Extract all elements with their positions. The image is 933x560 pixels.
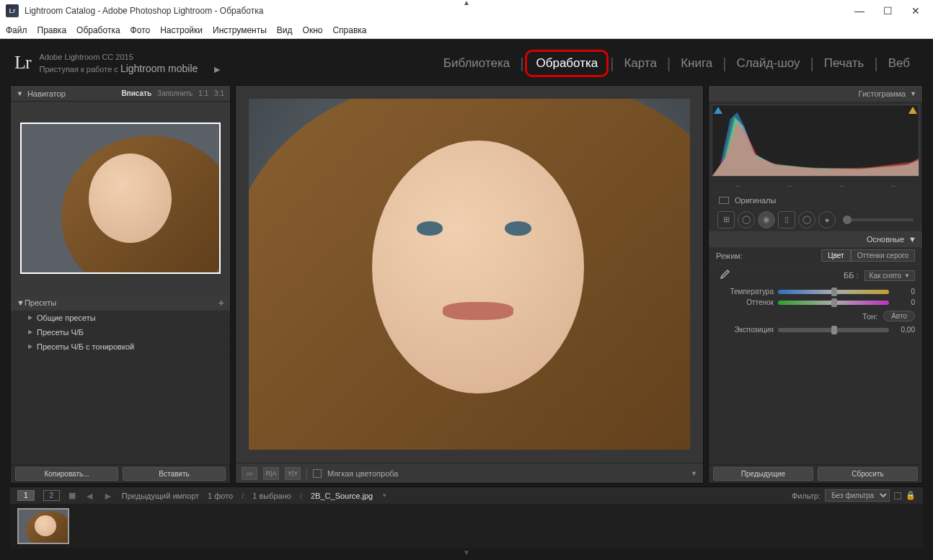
originals-row[interactable]: Оригиналы (712, 192, 919, 208)
brand-mobile[interactable]: Lightroom mobile (120, 63, 198, 74)
preset-folder[interactable]: ▶Общие пресеты (11, 311, 230, 325)
filter-flag-icon[interactable] (894, 492, 901, 499)
highlight-clip-icon[interactable] (908, 107, 917, 114)
reset-button[interactable]: Сбросить (818, 467, 918, 481)
center-canvas: ▭ R|A Y|Y Мягкая цветопроба ▼ (235, 85, 704, 484)
grid-icon[interactable]: ▦ (68, 491, 76, 500)
before-after-lr-button[interactable]: R|A (263, 467, 279, 480)
softproof-checkbox[interactable] (313, 469, 322, 478)
bottom-panel-toggle-icon[interactable]: ▼ (10, 548, 923, 556)
monitor-2[interactable]: 2 (43, 490, 61, 501)
module-map[interactable]: Карта (615, 53, 666, 74)
presets-title: Пресеты (25, 298, 56, 307)
module-book[interactable]: Книга (672, 53, 721, 74)
filmstrip-thumbnail[interactable] (17, 508, 69, 544)
maximize-button[interactable]: ☐ (883, 5, 893, 17)
filmstrip[interactable] (10, 504, 923, 548)
before-after-tb-button[interactable]: Y|Y (285, 467, 301, 480)
treatment-gray[interactable]: Оттенки серого (851, 249, 915, 262)
histogram-header[interactable]: Гистограмма ▼ (709, 86, 922, 102)
filter-dropdown[interactable]: Без фильтра (825, 489, 890, 502)
tint-slider[interactable] (778, 301, 889, 305)
selected-count: 1 выбрано (252, 492, 291, 500)
chevron-down-icon: ▼ (17, 90, 23, 97)
photo-canvas[interactable] (236, 86, 703, 463)
temp-slider[interactable] (778, 290, 889, 294)
paste-button[interactable]: Вставить (123, 467, 226, 481)
tool-slider[interactable] (843, 218, 914, 221)
module-library[interactable]: Библиотека (435, 53, 518, 74)
module-print[interactable]: Печать (815, 53, 873, 74)
crop-tool[interactable]: ⊞ (717, 211, 735, 228)
nav-1-1[interactable]: 1:1 (198, 89, 208, 97)
exposure-slider[interactable] (778, 328, 889, 332)
navigator-header[interactable]: ▼ Навигатор Вписать Заполнить 1:1 3:1 (11, 86, 230, 102)
minimize-button[interactable]: — (854, 5, 865, 17)
temp-value[interactable]: 0 (893, 288, 915, 295)
module-slideshow[interactable]: Слайд-шоу (728, 53, 808, 74)
brush-tool[interactable]: ● (818, 211, 836, 228)
filter-label: Фильтр: (792, 492, 821, 500)
module-web[interactable]: Веб (880, 53, 919, 74)
arrow-right-icon: ▶ (28, 343, 32, 350)
originals-checkbox-icon[interactable] (719, 197, 729, 204)
chevron-down-icon: ▼ (910, 90, 916, 97)
softproof-label: Мягкая цветопроба (327, 469, 398, 478)
exposure-value[interactable]: 0,00 (893, 326, 915, 334)
play-icon[interactable]: ▶ (214, 65, 220, 74)
preset-folder[interactable]: ▶Пресеты Ч/Б (11, 325, 230, 339)
add-preset-icon[interactable]: + (218, 297, 224, 308)
nav-next-icon[interactable]: ► (103, 490, 113, 502)
left-panel: ▼ Навигатор Вписать Заполнить 1:1 3:1 (10, 85, 231, 484)
radial-tool[interactable]: ◯ (798, 211, 815, 228)
monitor-1[interactable]: 1 (17, 490, 35, 501)
module-picker-bar: Lr Adobe Lightroom CC 2015 Приступая к р… (10, 42, 923, 85)
copy-button[interactable]: Копировать... (15, 467, 118, 481)
originals-label: Оригиналы (735, 196, 777, 205)
nav-fill[interactable]: Заполнить (157, 89, 193, 97)
menu-help[interactable]: Справка (332, 25, 366, 35)
gradient-tool[interactable]: ▯ (778, 211, 795, 228)
menu-edit[interactable]: Правка (37, 25, 67, 35)
filter-lock-icon[interactable]: 🔒 (906, 491, 916, 500)
top-panel-toggle-icon[interactable]: ▲ (463, 0, 470, 6)
brand-version: Adobe Lightroom CC 2015 (40, 52, 221, 62)
menu-view[interactable]: Вид (277, 25, 293, 35)
lightroom-logo: Lr (14, 52, 31, 74)
menu-file[interactable]: Файл (6, 25, 27, 35)
toolbar-expand-icon[interactable]: ▼ (691, 470, 697, 477)
treatment-color[interactable]: Цвет (821, 249, 850, 262)
previous-button[interactable]: Предыдущие (713, 467, 813, 481)
loupe-view-button[interactable]: ▭ (242, 467, 257, 480)
import-label[interactable]: Предыдущий импорт (122, 492, 199, 500)
auto-tone-button[interactable]: Авто (883, 311, 915, 321)
basic-title: Основные (867, 235, 904, 244)
tool-strip: ⊞ ◯ ◉ ▯ ◯ ● (712, 208, 919, 231)
close-button[interactable]: ✕ (911, 5, 920, 17)
menu-photo[interactable]: Фото (131, 25, 151, 35)
window-title: Lightroom Catalog - Adobe Photoshop Ligh… (25, 6, 263, 16)
nav-fit[interactable]: Вписать (121, 89, 151, 97)
menu-settings[interactable]: Настройки (160, 25, 203, 35)
menu-develop[interactable]: Обработка (76, 25, 120, 35)
nav-prev-icon[interactable]: ◄ (84, 490, 94, 502)
histogram-display[interactable] (712, 105, 919, 177)
wb-dropdown[interactable]: Как снято▼ (865, 270, 915, 281)
spot-tool[interactable]: ◯ (738, 211, 755, 228)
eyedropper-icon[interactable] (716, 267, 732, 283)
chevron-down-icon: ▼ (17, 298, 25, 307)
preset-folder[interactable]: ▶Пресеты Ч/Б с тонировкой (11, 339, 230, 354)
module-develop[interactable]: Обработка (525, 50, 609, 77)
presets-header[interactable]: ▼ Пресеты + (11, 295, 230, 311)
filename: 2B_C_Source.jpg (311, 492, 373, 500)
basic-header[interactable]: Основные ▼ (709, 231, 922, 247)
menu-tools[interactable]: Инструменты (213, 25, 267, 35)
nav-3-1[interactable]: 3:1 (214, 89, 224, 97)
navigator-preview[interactable] (11, 102, 230, 295)
redeye-tool[interactable]: ◉ (758, 211, 775, 228)
tint-value[interactable]: 0 (893, 298, 915, 306)
shadow-clip-icon[interactable] (714, 107, 722, 114)
develop-toolbar: ▭ R|A Y|Y Мягкая цветопроба ▼ (236, 463, 703, 483)
menu-window[interactable]: Окно (303, 25, 323, 35)
histogram-info: –––– (712, 179, 919, 192)
